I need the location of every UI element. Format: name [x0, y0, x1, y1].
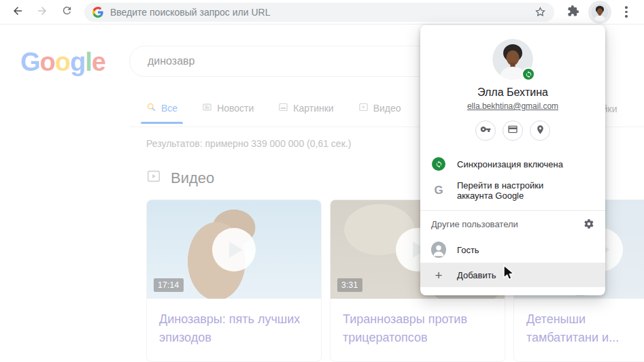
sync-badge-icon: [522, 67, 535, 81]
browser-menu-button[interactable]: [617, 3, 636, 22]
reload-button[interactable]: [57, 3, 76, 22]
forward-arrow-icon: [36, 5, 48, 20]
magnifier-icon: [146, 102, 156, 114]
profile-menu-items: Синхронизация включена G Перейти в настр…: [420, 152, 605, 205]
address-bar[interactable]: [84, 3, 554, 22]
browser-toolbar: [0, 0, 644, 24]
credit-card-icon: [507, 124, 518, 137]
photo-icon: [278, 102, 288, 114]
guest-person-icon: [431, 242, 446, 258]
guest-label: Гость: [457, 245, 479, 255]
video-card[interactable]: 17:14 Динозавры: пять лучших эпизодов: [146, 199, 322, 362]
video-title-link[interactable]: Детеныши тамбатитани и...: [514, 299, 634, 359]
forward-button[interactable]: [33, 3, 52, 22]
extensions-puzzle-icon: [567, 5, 579, 20]
location-pin-icon: [535, 125, 545, 137]
videos-section-header: Видео: [146, 169, 214, 188]
result-tabs: Все Новости Картинки Видео: [146, 102, 401, 124]
results-stats: Результатов: примерно 339 000 000 (0,61 …: [146, 138, 351, 149]
add-label: Добавить: [457, 270, 496, 280]
google-g-icon: G: [434, 184, 443, 197]
address-input[interactable]: [110, 7, 535, 18]
search-query: динозавр: [148, 55, 194, 67]
video-duration-badge: 3:31: [337, 278, 362, 292]
tab-images[interactable]: Картинки: [278, 102, 333, 124]
extensions-button[interactable]: [564, 3, 583, 22]
tab-news[interactable]: Новости: [202, 102, 254, 124]
account-settings-label: Перейти в настройки аккаунта Google: [457, 176, 564, 205]
other-users-label: Другие пользователи: [431, 219, 518, 229]
manage-users-gear-button[interactable]: [583, 218, 594, 229]
play-icon: [358, 102, 369, 114]
addresses-button[interactable]: [530, 120, 550, 141]
profile-email-link[interactable]: ella.bekhtina@gmail.com: [420, 101, 605, 111]
key-icon: [480, 124, 491, 137]
videos-section-title: Видео: [171, 169, 214, 187]
payments-button[interactable]: [503, 120, 523, 141]
profile-shortcuts: [420, 120, 605, 141]
video-duration-badge: 17:14: [154, 278, 184, 292]
other-users-header: Другие пользователи: [420, 211, 605, 237]
guest-item[interactable]: Гость: [420, 237, 605, 263]
profile-menu: Элла Бехтина ella.bekhtina@gmail.com: [420, 25, 605, 295]
plus-icon: +: [435, 269, 442, 282]
video-title-link[interactable]: Тираннозавры против трицератопсов: [331, 299, 505, 359]
tab-all[interactable]: Все: [146, 102, 177, 124]
reload-icon: [61, 5, 73, 19]
sync-status-label: Синхронизация включена: [457, 159, 563, 169]
sync-status-item[interactable]: Синхронизация включена: [420, 152, 605, 176]
mouse-cursor: [501, 264, 517, 284]
google-logo: Google: [20, 48, 105, 77]
bookmark-star-icon[interactable]: [535, 6, 546, 18]
newspaper-icon: [202, 102, 212, 114]
back-button[interactable]: [8, 3, 27, 22]
sync-icon: [432, 157, 445, 171]
profile-avatar-large: [492, 39, 533, 80]
back-arrow-icon: [12, 5, 24, 20]
video-title-link[interactable]: Динозавры: пять лучших эпизодов: [147, 299, 321, 359]
video-thumbnail[interactable]: 17:14: [147, 200, 321, 299]
play-button-icon[interactable]: [212, 228, 256, 272]
profile-name: Элла Бехтина: [420, 86, 605, 99]
play-box-icon: [146, 169, 161, 188]
kebab-menu-icon: [625, 6, 628, 18]
tab-videos[interactable]: Видео: [358, 102, 401, 124]
passwords-button[interactable]: [475, 120, 496, 141]
account-settings-item[interactable]: G Перейти в настройки аккаунта Google: [420, 176, 605, 205]
avatar: [591, 3, 609, 21]
google-g-icon: [92, 7, 103, 18]
profile-avatar-button[interactable]: [591, 3, 609, 21]
